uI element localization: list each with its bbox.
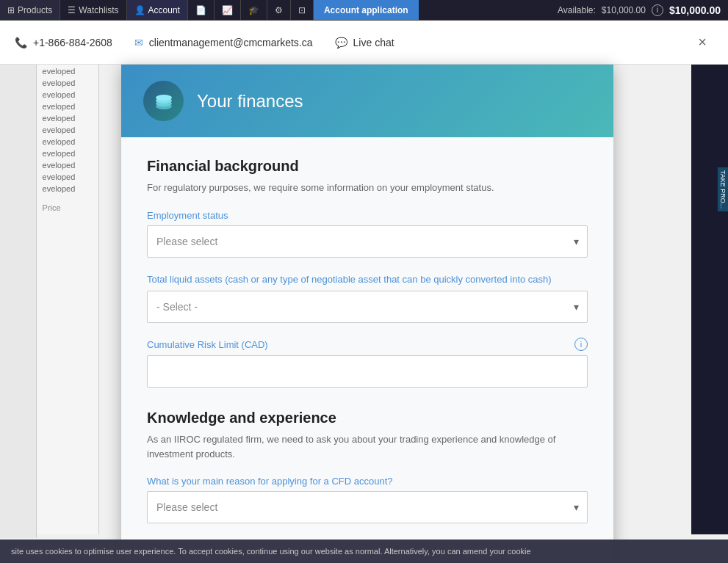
total-liquid-assets-label: Total liquid assets (cash or any type of…	[147, 272, 588, 287]
nav-orders[interactable]: 📄	[188, 0, 215, 20]
employment-status-field: Employment status Please select Employed…	[147, 210, 588, 258]
financial-background-section: Financial background For regulatory purp…	[147, 158, 588, 388]
nav-window[interactable]: ⊡	[291, 0, 314, 20]
nav-education[interactable]: 🎓	[241, 0, 267, 20]
topbar: ⊞ Products ☰ Watchlists 👤 Account 📄 📈 🎓 …	[0, 0, 728, 21]
employment-status-label: Employment status	[147, 210, 588, 221]
email-address: clientmanagement@cmcmarkets.ca	[149, 37, 313, 48]
list-icon: ☰	[68, 5, 76, 15]
price-label: Price	[40, 202, 95, 214]
cfd-reason-field: What is your main reason for applying fo…	[147, 476, 588, 523]
list-item: eveloped	[40, 136, 95, 148]
chart-icon: 📈	[222, 5, 233, 15]
list-item: eveloped	[40, 77, 95, 89]
available-label: Available:	[558, 5, 596, 15]
list-item: eveloped	[40, 159, 95, 171]
livechat-contact[interactable]: 💬 Live chat	[335, 37, 394, 48]
sidebar-icons	[0, 24, 37, 538]
nav-products[interactable]: ⊞ Products	[0, 0, 60, 20]
cfd-reason-label: What is your main reason for applying fo…	[147, 476, 588, 487]
contact-bar: 📞 +1-866-884-2608 ✉ clientmanagement@cmc…	[0, 21, 728, 65]
phone-icon: 📞	[15, 37, 27, 48]
modal-header: Your finances	[121, 65, 613, 137]
knowledge-experience-title: Knowledge and experience	[147, 410, 588, 426]
account-label: Account	[148, 5, 180, 15]
knowledge-experience-desc: As an IIROC regulated firm, we need to a…	[147, 432, 588, 461]
total-liquid-assets-select-wrapper: - Select - Under $10,000 $10,000 - $50,0…	[147, 291, 588, 323]
nav-chart[interactable]: 📈	[215, 0, 241, 20]
account-application-button[interactable]: Account application	[314, 0, 419, 20]
phone-contact[interactable]: 📞 +1-866-884-2608	[15, 37, 112, 48]
chart-panel: TAKE PRO...	[691, 21, 728, 534]
cumulative-risk-limit-label: Cumulative Risk Limit (CAD)	[147, 339, 268, 350]
cookie-bar: site uses cookies to optimise user exper…	[0, 540, 728, 564]
products-label: Products	[18, 5, 52, 15]
email-contact[interactable]: ✉ clientmanagement@cmcmarkets.ca	[134, 37, 313, 48]
total-liquid-assets-select[interactable]: - Select - Under $10,000 $10,000 - $50,0…	[147, 291, 588, 323]
knowledge-experience-section: Knowledge and experience As an IIROC reg…	[147, 410, 588, 523]
take-profit-button[interactable]: TAKE PRO...	[718, 167, 728, 211]
employment-status-select[interactable]: Please select Employed Self-employed Stu…	[147, 225, 588, 258]
nav-watchlists[interactable]: ☰ Watchlists	[60, 0, 126, 20]
employment-status-select-wrapper: Please select Employed Self-employed Stu…	[147, 225, 588, 258]
list-item: eveloped	[40, 148, 95, 159]
cumulative-risk-limit-field: Cumulative Risk Limit (CAD) i	[147, 338, 588, 388]
phone-number: +1-866-884-2608	[33, 37, 112, 48]
grad-icon: 🎓	[248, 5, 259, 15]
email-icon: ✉	[134, 37, 143, 48]
window-icon: ⊡	[298, 5, 306, 15]
svg-point-3	[156, 95, 172, 101]
list-item: eveloped	[40, 101, 95, 112]
financial-background-title: Financial background	[147, 158, 588, 175]
financial-background-desc: For regulatory purposes, we require some…	[147, 181, 588, 195]
coin-stack-icon	[153, 90, 175, 112]
doc-icon: 📄	[195, 5, 206, 15]
watchlists-label: Watchlists	[79, 5, 118, 15]
nav-account[interactable]: 👤 Account	[127, 0, 188, 20]
list-item: eveloped	[40, 171, 95, 183]
grid-icon: ⊞	[7, 5, 15, 15]
close-icon: ×	[698, 34, 707, 51]
gear-icon: ⚙	[275, 5, 283, 15]
livechat-label: Live chat	[353, 37, 394, 48]
sidebar-panel: JB TYPE Products eveloped eveloped evelo…	[0, 21, 99, 534]
chat-icon: 💬	[335, 37, 347, 48]
balance-amount: $10,000.00	[669, 4, 721, 16]
total-liquid-assets-label-text: Total liquid assets (cash or any type of…	[147, 274, 552, 285]
list-item: eveloped	[40, 112, 95, 124]
nav-settings[interactable]: ⚙	[267, 0, 291, 20]
cumulative-risk-limit-label-row: Cumulative Risk Limit (CAD) i	[147, 338, 588, 351]
cfd-reason-select[interactable]: Please select Speculation Hedging Invest…	[147, 491, 588, 523]
account-application-label: Account application	[324, 5, 408, 15]
list-item: eveloped	[40, 89, 95, 101]
modal-body[interactable]: Financial background For regulatory purp…	[121, 137, 613, 563]
cookie-bar-text: site uses cookies to optimise user exper…	[11, 547, 531, 556]
available-amount: $10,000.00	[602, 5, 646, 15]
cfd-reason-select-wrapper: Please select Speculation Hedging Invest…	[147, 491, 588, 523]
topbar-balance: Available: $10,000.00 i $10,000.00	[558, 4, 728, 16]
contact-bar-close-button[interactable]: ×	[691, 32, 713, 54]
list-item: eveloped	[40, 183, 95, 195]
info-circle-icon: i	[652, 4, 663, 16]
total-liquid-assets-field: Total liquid assets (cash or any type of…	[147, 272, 588, 324]
sidebar-items-list: JB TYPE Products eveloped eveloped evelo…	[37, 24, 98, 538]
cumulative-risk-limit-input[interactable]	[147, 355, 588, 388]
finances-modal: Your finances Financial background For r…	[121, 65, 613, 563]
finances-header-icon	[143, 81, 184, 121]
list-item: eveloped	[40, 124, 95, 136]
modal-title: Your finances	[197, 91, 303, 112]
cumulative-risk-limit-info-icon[interactable]: i	[574, 338, 588, 351]
list-item: eveloped	[40, 65, 95, 77]
user-icon: 👤	[134, 5, 145, 15]
